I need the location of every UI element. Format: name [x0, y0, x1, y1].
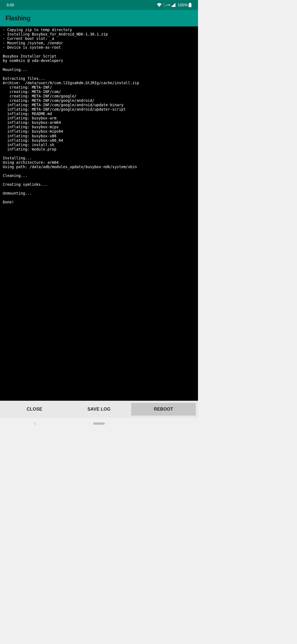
button-bar: CLOSE SAVE LOG REBOOT [0, 401, 198, 418]
page-title: Flashing [6, 15, 31, 22]
close-button[interactable]: CLOSE [2, 403, 67, 416]
battery-icon [189, 3, 191, 7]
lte-indicator: LTE [166, 4, 170, 6]
app-header: Flashing [0, 10, 198, 26]
status-icons: LTE 100% [157, 3, 191, 7]
back-icon[interactable] [34, 421, 37, 427]
terminal-output[interactable]: - Copying zip to temp directory - Instal… [0, 26, 198, 401]
home-pill[interactable] [93, 422, 105, 425]
svg-rect-0 [189, 3, 191, 7]
status-bar: 9:00 LTE 100% [0, 0, 198, 10]
status-time: 9:00 [7, 3, 14, 7]
battery-percent: 100% [178, 3, 188, 7]
data-arrows-icon [163, 3, 166, 7]
svg-rect-1 [189, 3, 191, 3]
save-log-button[interactable]: SAVE LOG [67, 403, 131, 416]
reboot-button[interactable]: REBOOT [131, 403, 196, 416]
nav-bar [0, 418, 198, 429]
signal-icon [171, 3, 175, 7]
wifi-icon [157, 3, 162, 7]
